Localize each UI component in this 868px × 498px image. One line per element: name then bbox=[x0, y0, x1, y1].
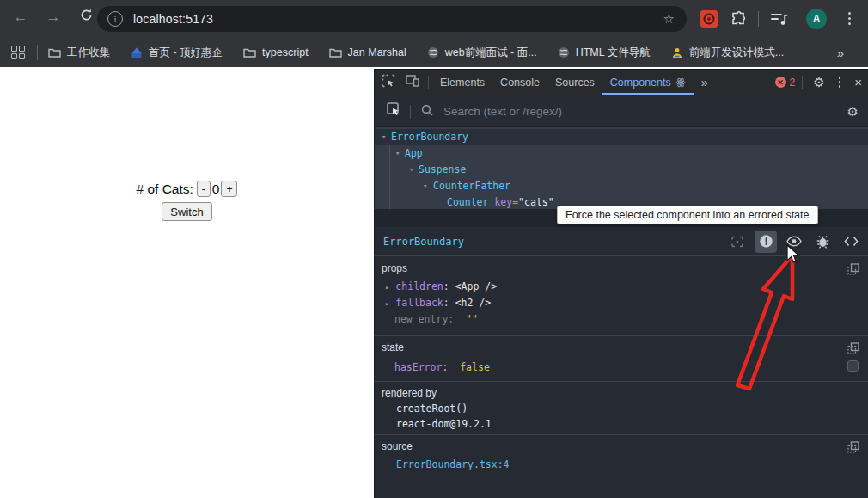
tab-groups-icon[interactable] bbox=[770, 10, 789, 31]
component-name: App bbox=[405, 145, 423, 162]
state-row-haserror[interactable]: hasError: false bbox=[394, 361, 490, 373]
react-atom-icon bbox=[675, 77, 686, 88]
toolbar-separator bbox=[758, 11, 759, 27]
reload-icon[interactable] bbox=[76, 8, 96, 27]
component-name: CounterFather bbox=[433, 178, 510, 194]
suspend-component-icon[interactable] bbox=[726, 231, 749, 253]
source-section: source ErrorBoundary.tsx:4 bbox=[375, 435, 868, 498]
selected-component-name: ErrorBoundary bbox=[383, 236, 464, 248]
bookmark-label: typescript bbox=[262, 46, 309, 58]
expand-arrow-icon[interactable]: ▸ bbox=[385, 299, 389, 308]
site-info-icon[interactable]: i bbox=[107, 11, 123, 27]
switch-button[interactable]: Switch bbox=[162, 202, 211, 221]
expand-arrow-icon[interactable]: ▸ bbox=[385, 283, 389, 292]
apps-grid-icon[interactable] bbox=[11, 46, 25, 59]
console-error-badge[interactable]: ✕ 2 bbox=[775, 77, 796, 89]
profile-avatar[interactable]: A bbox=[806, 9, 827, 29]
component-name: ErrorBoundary bbox=[391, 129, 468, 145]
tooltip: Force the selected component into an err… bbox=[557, 206, 818, 224]
increment-button[interactable]: + bbox=[221, 181, 237, 197]
bookmark-item[interactable]: HTML 文件导航 bbox=[558, 46, 651, 60]
indent-guide-line bbox=[389, 145, 390, 209]
tab-components[interactable]: Components bbox=[602, 70, 694, 95]
decrement-button[interactable]: - bbox=[197, 181, 211, 197]
bookmark-label: 前端开发设计模式... bbox=[689, 46, 784, 60]
tab-console[interactable]: Console bbox=[492, 70, 547, 95]
expand-arrow-icon[interactable]: ▾ bbox=[395, 145, 400, 162]
bookmarks-bar: 工作收集 首页 - 顶好惠企 typescript Jan Marshal we… bbox=[0, 38, 868, 67]
extensions-puzzle-icon[interactable] bbox=[730, 10, 748, 31]
bookmark-star-icon[interactable]: ☆ bbox=[663, 11, 675, 27]
bookmark-item[interactable]: 前端开发设计模式... bbox=[671, 46, 784, 60]
source-label: source bbox=[382, 440, 413, 452]
folder-icon bbox=[329, 47, 342, 58]
address-bar[interactable]: i localhost:5173 ☆ bbox=[97, 6, 687, 32]
key-attribute: key= bbox=[494, 196, 518, 208]
bookmark-item[interactable]: typescript bbox=[243, 46, 309, 58]
selected-component-header: ErrorBoundary bbox=[375, 227, 868, 256]
props-section: props ▸ children: <App /> ▸ fallback: <h… bbox=[375, 257, 868, 336]
folder-icon bbox=[48, 47, 61, 58]
props-label: props bbox=[382, 262, 407, 274]
browser-toolbar: ← → i localhost:5173 ☆ A bbox=[0, 0, 868, 38]
cat-counter: # of Cats: - 0 + bbox=[0, 181, 374, 197]
rendered-by-createroot[interactable]: createRoot() bbox=[396, 403, 468, 415]
device-toolbar-icon[interactable] bbox=[400, 75, 425, 90]
components-toolbar: Search (text or /regex/) ⚙ bbox=[375, 96, 868, 127]
person-favicon-gold bbox=[671, 47, 683, 58]
devtools-close-icon[interactable]: × bbox=[847, 75, 868, 89]
view-source-icon[interactable] bbox=[840, 231, 862, 253]
extension-icon-red[interactable] bbox=[700, 10, 718, 28]
pick-component-icon[interactable] bbox=[387, 102, 401, 120]
expand-arrow-icon[interactable]: ▾ bbox=[409, 162, 413, 178]
haserror-checkbox[interactable] bbox=[847, 360, 859, 372]
bookmarks-separator bbox=[37, 45, 38, 60]
rendered-by-reactdom[interactable]: react-dom@19.2.1 bbox=[396, 418, 492, 430]
prop-row-children[interactable]: ▸ children: <App /> bbox=[385, 280, 497, 292]
folder-icon bbox=[243, 47, 256, 58]
tab-sources[interactable]: Sources bbox=[547, 70, 602, 95]
copy-state-icon[interactable] bbox=[847, 342, 859, 358]
tabbar-separator bbox=[802, 76, 803, 89]
rendered-by-section: rendered by createRoot() react-dom@19.2.… bbox=[375, 382, 868, 435]
components-settings-icon[interactable]: ⚙ bbox=[847, 104, 859, 120]
devtools-panel: Elements Console Sources Components » ✕ … bbox=[374, 69, 868, 498]
rendered-by-label: rendered by bbox=[382, 387, 437, 399]
bookmark-item[interactable]: Jan Marshal bbox=[329, 46, 406, 58]
devtools-settings-icon[interactable]: ⚙ bbox=[806, 75, 831, 90]
tab-elements[interactable]: Elements bbox=[432, 70, 492, 95]
tree-row-errorboundary[interactable]: ▾ ErrorBoundary bbox=[375, 129, 868, 145]
force-error-icon[interactable] bbox=[755, 231, 777, 253]
copy-source-icon[interactable] bbox=[847, 441, 859, 457]
expand-arrow-icon[interactable]: ▾ bbox=[382, 129, 386, 145]
expand-arrow-icon[interactable]: ▾ bbox=[423, 178, 427, 194]
bookmark-label: HTML 文件导航 bbox=[576, 46, 651, 60]
more-tabs-icon[interactable]: » bbox=[694, 70, 716, 95]
counter-label: # of Cats: bbox=[137, 181, 193, 197]
inspect-dom-eye-icon[interactable] bbox=[783, 231, 805, 253]
component-name: Suspense bbox=[419, 162, 466, 178]
back-icon[interactable]: ← bbox=[10, 9, 31, 26]
log-to-console-bug-icon[interactable] bbox=[811, 231, 834, 253]
tab-components-label: Components bbox=[610, 77, 671, 89]
bookmarks-overflow-icon[interactable]: » bbox=[837, 46, 844, 60]
source-file-link[interactable]: ErrorBoundary.tsx:4 bbox=[396, 458, 510, 470]
forward-icon[interactable]: → bbox=[43, 9, 64, 26]
bookmark-item[interactable]: web前端面试 - 面... bbox=[427, 46, 537, 60]
error-count: 2 bbox=[790, 77, 796, 89]
search-input[interactable]: Search (text or /regex/) bbox=[443, 105, 562, 118]
url-text[interactable]: localhost:5173 bbox=[133, 12, 213, 26]
bookmark-item[interactable]: 工作收集 bbox=[48, 46, 110, 60]
state-section: state hasError: false bbox=[375, 336, 868, 382]
inspect-element-icon[interactable] bbox=[375, 74, 400, 91]
bookmark-item[interactable]: 首页 - 顶好惠企 bbox=[131, 46, 223, 60]
tree-row-suspense[interactable]: ▾ Suspense bbox=[375, 162, 868, 178]
tree-row-counterfather[interactable]: ▾ CounterFather bbox=[375, 178, 868, 194]
copy-props-icon[interactable] bbox=[847, 263, 859, 279]
devtools-menu-icon[interactable] bbox=[832, 77, 848, 88]
prop-row-new-entry[interactable]: new entry: "" bbox=[394, 313, 478, 325]
prop-row-fallback[interactable]: ▸ fallback: <h2 /> bbox=[385, 297, 491, 309]
browser-menu-icon[interactable] bbox=[848, 12, 851, 25]
tree-row-app[interactable]: ▾ App bbox=[375, 145, 868, 162]
component-tree: ▾ ErrorBoundary ▾ App ▾ Suspense ▾ Count… bbox=[375, 127, 868, 209]
